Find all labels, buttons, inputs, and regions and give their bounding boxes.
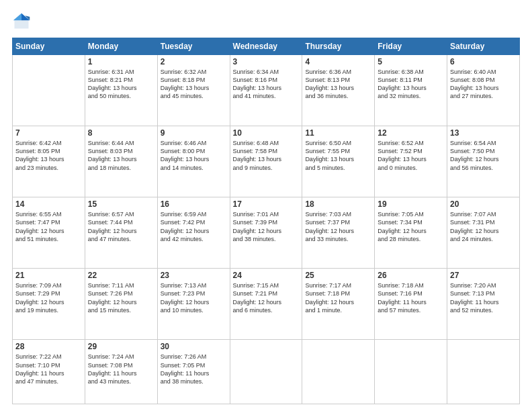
day-number: 30 [161,342,227,351]
weekday-header-friday: Friday [375,38,447,55]
day-info: Sunrise: 7:20 AM Sunset: 7:13 PM Dayligh… [450,281,517,314]
calendar-cell: 13Sunrise: 6:54 AM Sunset: 7:50 PM Dayli… [447,126,520,197]
calendar-week-2: 14Sunrise: 6:55 AM Sunset: 7:47 PM Dayli… [13,197,520,269]
calendar-cell: 15Sunrise: 6:57 AM Sunset: 7:44 PM Dayli… [85,197,157,269]
day-info: Sunrise: 6:52 AM Sunset: 7:52 PM Dayligh… [378,139,444,172]
day-info: Sunrise: 6:31 AM Sunset: 8:21 PM Dayligh… [88,68,154,101]
day-number: 28 [15,342,82,351]
weekday-header-sunday: Sunday [13,38,85,55]
calendar-cell [375,340,447,404]
day-info: Sunrise: 6:40 AM Sunset: 8:08 PM Dayligh… [450,68,517,101]
calendar-cell: 11Sunrise: 6:50 AM Sunset: 7:55 PM Dayli… [302,126,375,197]
day-info: Sunrise: 7:11 AM Sunset: 7:26 PM Dayligh… [88,281,154,314]
page: SundayMondayTuesdayWednesdayThursdayFrid… [0,0,532,411]
calendar-cell: 7Sunrise: 6:42 AM Sunset: 8:05 PM Daylig… [13,126,85,197]
calendar-week-3: 21Sunrise: 7:09 AM Sunset: 7:29 PM Dayli… [13,269,520,340]
calendar-cell: 14Sunrise: 6:55 AM Sunset: 7:47 PM Dayli… [13,197,85,269]
day-info: Sunrise: 6:59 AM Sunset: 7:42 PM Dayligh… [161,210,227,243]
calendar-cell: 27Sunrise: 7:20 AM Sunset: 7:13 PM Dayli… [447,269,520,340]
calendar-cell: 18Sunrise: 7:03 AM Sunset: 7:37 PM Dayli… [302,197,375,269]
day-number: 10 [233,128,300,138]
calendar-cell: 8Sunrise: 6:44 AM Sunset: 8:03 PM Daylig… [85,126,157,197]
calendar-cell: 26Sunrise: 7:18 AM Sunset: 7:16 PM Dayli… [375,269,447,340]
calendar-cell: 17Sunrise: 7:01 AM Sunset: 7:39 PM Dayli… [230,197,302,269]
calendar-cell: 23Sunrise: 7:13 AM Sunset: 7:23 PM Dayli… [157,269,230,340]
day-info: Sunrise: 6:48 AM Sunset: 7:58 PM Dayligh… [233,139,300,172]
day-number: 15 [88,199,154,209]
calendar-cell: 5Sunrise: 6:38 AM Sunset: 8:11 PM Daylig… [375,55,447,126]
day-number: 4 [305,57,371,66]
day-number: 3 [233,57,300,66]
day-info: Sunrise: 7:05 AM Sunset: 7:34 PM Dayligh… [378,210,444,243]
day-info: Sunrise: 7:22 AM Sunset: 7:10 PM Dayligh… [15,353,82,385]
day-number: 20 [450,199,517,209]
calendar-cell: 16Sunrise: 6:59 AM Sunset: 7:42 PM Dayli… [157,197,230,269]
day-number: 9 [161,128,227,138]
weekday-header-row: SundayMondayTuesdayWednesdayThursdayFrid… [13,38,520,55]
day-info: Sunrise: 7:24 AM Sunset: 7:08 PM Dayligh… [88,353,154,385]
day-info: Sunrise: 7:13 AM Sunset: 7:23 PM Dayligh… [161,281,227,314]
logo [12,12,34,31]
logo-icon [12,12,31,31]
day-info: Sunrise: 6:32 AM Sunset: 8:18 PM Dayligh… [161,68,227,101]
calendar-cell: 28Sunrise: 7:22 AM Sunset: 7:10 PM Dayli… [13,340,85,404]
weekday-header-tuesday: Tuesday [157,38,230,55]
day-info: Sunrise: 6:38 AM Sunset: 8:11 PM Dayligh… [378,68,444,101]
day-number: 21 [15,271,82,280]
day-number: 5 [378,57,444,66]
day-info: Sunrise: 6:46 AM Sunset: 8:00 PM Dayligh… [161,139,227,172]
weekday-header-thursday: Thursday [302,38,375,55]
day-info: Sunrise: 6:42 AM Sunset: 8:05 PM Dayligh… [15,139,82,172]
day-number: 25 [305,271,371,280]
calendar-week-0: 1Sunrise: 6:31 AM Sunset: 8:21 PM Daylig… [13,55,520,126]
weekday-header-wednesday: Wednesday [230,38,302,55]
calendar-cell: 2Sunrise: 6:32 AM Sunset: 8:18 PM Daylig… [157,55,230,126]
calendar-cell: 24Sunrise: 7:15 AM Sunset: 7:21 PM Dayli… [230,269,302,340]
calendar-cell: 30Sunrise: 7:26 AM Sunset: 7:05 PM Dayli… [157,340,230,404]
calendar-cell: 20Sunrise: 7:07 AM Sunset: 7:31 PM Dayli… [447,197,520,269]
calendar-cell: 6Sunrise: 6:40 AM Sunset: 8:08 PM Daylig… [447,55,520,126]
day-info: Sunrise: 7:17 AM Sunset: 7:18 PM Dayligh… [305,281,371,314]
day-info: Sunrise: 7:01 AM Sunset: 7:39 PM Dayligh… [233,210,300,243]
day-number: 16 [161,199,227,209]
day-number: 27 [450,271,517,280]
day-info: Sunrise: 6:50 AM Sunset: 7:55 PM Dayligh… [305,139,371,172]
calendar-cell: 9Sunrise: 6:46 AM Sunset: 8:00 PM Daylig… [157,126,230,197]
calendar-cell: 1Sunrise: 6:31 AM Sunset: 8:21 PM Daylig… [85,55,157,126]
day-number: 11 [305,128,371,138]
day-number: 18 [305,199,371,209]
calendar-cell [302,340,375,404]
calendar-cell [447,340,520,404]
calendar-week-4: 28Sunrise: 7:22 AM Sunset: 7:10 PM Dayli… [13,340,520,404]
day-number: 1 [88,57,154,66]
calendar-cell [13,55,85,126]
day-info: Sunrise: 7:03 AM Sunset: 7:37 PM Dayligh… [305,210,371,243]
day-number: 6 [450,57,517,66]
calendar-table: SundayMondayTuesdayWednesdayThursdayFrid… [12,38,520,404]
day-number: 29 [88,342,154,351]
day-info: Sunrise: 7:26 AM Sunset: 7:05 PM Dayligh… [161,353,227,385]
calendar-cell: 25Sunrise: 7:17 AM Sunset: 7:18 PM Dayli… [302,269,375,340]
day-info: Sunrise: 7:15 AM Sunset: 7:21 PM Dayligh… [233,281,300,314]
day-number: 13 [450,128,517,138]
calendar-cell: 19Sunrise: 7:05 AM Sunset: 7:34 PM Dayli… [375,197,447,269]
calendar-cell [230,340,302,404]
day-number: 24 [233,271,300,280]
day-info: Sunrise: 6:34 AM Sunset: 8:16 PM Dayligh… [233,68,300,101]
weekday-header-saturday: Saturday [447,38,520,55]
calendar-week-1: 7Sunrise: 6:42 AM Sunset: 8:05 PM Daylig… [13,126,520,197]
day-number: 8 [88,128,154,138]
header [12,12,520,31]
calendar-cell: 29Sunrise: 7:24 AM Sunset: 7:08 PM Dayli… [85,340,157,404]
day-number: 17 [233,199,300,209]
day-info: Sunrise: 7:07 AM Sunset: 7:31 PM Dayligh… [450,210,517,243]
calendar-cell: 22Sunrise: 7:11 AM Sunset: 7:26 PM Dayli… [85,269,157,340]
day-number: 2 [161,57,227,66]
calendar-cell: 4Sunrise: 6:36 AM Sunset: 8:13 PM Daylig… [302,55,375,126]
day-number: 14 [15,199,82,209]
day-number: 19 [378,199,444,209]
calendar-cell: 12Sunrise: 6:52 AM Sunset: 7:52 PM Dayli… [375,126,447,197]
day-number: 7 [15,128,82,138]
day-number: 23 [161,271,227,280]
day-info: Sunrise: 6:36 AM Sunset: 8:13 PM Dayligh… [305,68,371,101]
